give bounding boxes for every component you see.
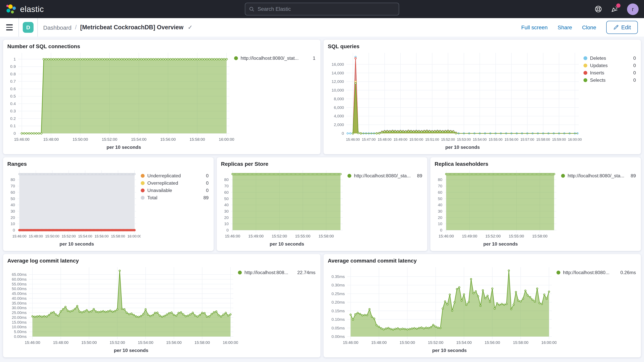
legend-item[interactable]: http://localhost:8080/_stat...1 bbox=[234, 56, 316, 61]
legend-value: 0 bbox=[630, 56, 636, 61]
legend-label: Selects bbox=[590, 78, 606, 83]
svg-text:30: 30 bbox=[224, 209, 229, 214]
svg-text:15:50:00: 15:50:00 bbox=[409, 138, 423, 142]
legend-item[interactable]: http://localhost:8080/_sta...89 bbox=[561, 173, 636, 178]
legend-item[interactable]: Unavailable0 bbox=[141, 188, 209, 193]
legend-item[interactable]: Inserts0 bbox=[584, 70, 636, 76]
notification-badge bbox=[616, 3, 620, 8]
chart-logcommit[interactable]: 0.00ms5.00ms10.00ms15.00ms20.00ms25.00ms… bbox=[6, 264, 238, 355]
chart-repstore[interactable]: 0102030405060708015:46:0015:49:0015:52:0… bbox=[220, 168, 348, 249]
pencil-icon bbox=[613, 25, 618, 30]
panel-title: SQL queries bbox=[328, 43, 638, 49]
breadcrumb-dashboard-link[interactable]: Dashboard bbox=[43, 24, 72, 31]
elastic-logo-icon[interactable] bbox=[6, 4, 16, 15]
share-link[interactable]: Share bbox=[558, 24, 572, 30]
chart-sqlconn[interactable]: 00.10.20.30.40.50.60.70.80.9115:46:0015:… bbox=[6, 50, 234, 152]
svg-text:50: 50 bbox=[438, 196, 442, 201]
legend-item[interactable]: Updates0 bbox=[584, 63, 636, 68]
legend-label: Overreplicated bbox=[147, 180, 178, 186]
svg-text:15:58:00: 15:58:00 bbox=[513, 340, 528, 345]
svg-text:0.30ms: 0.30ms bbox=[332, 283, 345, 287]
chart-legend: http://localhost:808...22.74ms bbox=[238, 264, 317, 355]
edit-button[interactable]: Edit bbox=[606, 21, 638, 34]
panel-sqlconn: Number of SQL connections00.10.20.30.40.… bbox=[3, 40, 320, 154]
svg-text:15:51:00: 15:51:00 bbox=[425, 138, 439, 142]
svg-text:15:46:00: 15:46:00 bbox=[438, 234, 454, 238]
svg-text:15:50:00: 15:50:00 bbox=[72, 137, 88, 142]
svg-text:15:58:00: 15:58:00 bbox=[318, 234, 334, 238]
clone-link[interactable]: Clone bbox=[582, 24, 596, 30]
help-icon[interactable] bbox=[594, 5, 602, 13]
legend-dot-icon bbox=[141, 196, 144, 200]
legend-item[interactable]: http://localhost:8080/_sta...89 bbox=[348, 173, 422, 178]
svg-text:60: 60 bbox=[10, 190, 15, 194]
global-search[interactable] bbox=[245, 3, 399, 16]
legend-value: 89 bbox=[628, 173, 636, 178]
full-screen-link[interactable]: Full screen bbox=[521, 24, 548, 30]
chart-legend: http://localhost:8080/_sta...89 bbox=[561, 168, 638, 249]
svg-text:15:53:00: 15:53:00 bbox=[457, 138, 471, 142]
svg-text:per 10 seconds: per 10 seconds bbox=[270, 241, 304, 246]
svg-text:15:46:00: 15:46:00 bbox=[25, 340, 40, 345]
chart-sqlq[interactable]: 02,0004,0006,0008,00010,00012,00014,0001… bbox=[327, 50, 584, 152]
svg-text:15:56:00: 15:56:00 bbox=[166, 340, 182, 345]
newsfeed-icon[interactable] bbox=[610, 5, 619, 13]
chart-ranges[interactable]: 0102030405060708015:46:0015:48:0015:50:0… bbox=[6, 168, 141, 249]
svg-text:65.00ms: 65.00ms bbox=[12, 272, 26, 276]
svg-text:70: 70 bbox=[438, 184, 442, 188]
svg-text:55.00ms: 55.00ms bbox=[12, 282, 26, 286]
svg-text:0.2: 0.2 bbox=[10, 116, 16, 121]
svg-text:12,000: 12,000 bbox=[332, 79, 344, 84]
svg-text:10: 10 bbox=[224, 222, 229, 226]
legend-item[interactable]: Total89 bbox=[141, 195, 209, 200]
legend-item[interactable]: Overreplicated0 bbox=[141, 180, 209, 186]
svg-text:per 10 seconds: per 10 seconds bbox=[60, 241, 94, 246]
legend-value: 22.74ms bbox=[294, 270, 316, 275]
svg-text:0.05ms: 0.05ms bbox=[332, 326, 345, 330]
svg-text:20.00ms: 20.00ms bbox=[12, 315, 26, 320]
legend-label: Deletes bbox=[590, 56, 606, 61]
panel-ranges: Ranges0102030405060708015:46:0015:48:001… bbox=[3, 157, 214, 251]
svg-text:15:52:00: 15:52:00 bbox=[62, 234, 76, 238]
top-navbar: elastic bbox=[0, 0, 644, 18]
svg-text:16:00:00: 16:00:00 bbox=[223, 340, 238, 345]
chart-cmdcommit[interactable]: 0.00ms0.05ms0.10ms0.15ms0.20ms0.25ms0.30… bbox=[327, 264, 556, 355]
chart-legend: http://localhost:8080/_stat...1 bbox=[234, 50, 317, 152]
svg-text:per 10 seconds: per 10 seconds bbox=[445, 144, 480, 150]
toolbar-divider bbox=[38, 18, 38, 36]
legend-label: Total bbox=[147, 195, 157, 200]
search-input[interactable] bbox=[258, 6, 395, 12]
space-selector[interactable]: D bbox=[19, 18, 38, 36]
svg-text:40: 40 bbox=[438, 202, 442, 207]
svg-text:0.1: 0.1 bbox=[10, 124, 16, 128]
svg-text:15:46:00: 15:46:00 bbox=[346, 138, 360, 142]
dashboard-toolbar: D Dashboard / [Metricbeat CockroachDB] O… bbox=[0, 18, 644, 36]
legend-value: 0 bbox=[203, 173, 209, 178]
panel-repstore: Replicas per Store0102030405060708015:46… bbox=[217, 157, 427, 251]
menu-button[interactable] bbox=[0, 18, 18, 36]
svg-text:30: 30 bbox=[438, 209, 442, 214]
legend-value: 0 bbox=[203, 188, 209, 193]
legend-item[interactable]: http://localhost:808...22.74ms bbox=[238, 270, 316, 275]
svg-text:0: 0 bbox=[440, 228, 442, 232]
legend-item[interactable]: Underreplicated0 bbox=[141, 173, 209, 178]
dashboard: Number of SQL connections00.10.20.30.40.… bbox=[0, 36, 644, 362]
legend-item[interactable]: Deletes0 bbox=[584, 56, 636, 61]
svg-text:16:00:00: 16:00:00 bbox=[128, 234, 141, 238]
svg-text:0.9: 0.9 bbox=[10, 64, 16, 68]
svg-text:15:59:00: 15:59:00 bbox=[552, 138, 566, 142]
svg-text:15:50:00: 15:50:00 bbox=[45, 234, 60, 238]
legend-item[interactable]: Selects0 bbox=[584, 78, 636, 83]
chart-leaseholders[interactable]: 0102030405060708015:46:0015:49:0015:52:0… bbox=[434, 168, 561, 249]
svg-text:50: 50 bbox=[10, 196, 15, 201]
legend-value: 0 bbox=[203, 180, 209, 186]
user-avatar[interactable]: r bbox=[627, 3, 638, 15]
svg-text:15:48:00: 15:48:00 bbox=[29, 234, 43, 238]
legend-value: 0.26ms bbox=[617, 270, 636, 275]
panel-cmdcommit: Average command commit latency0.00ms0.05… bbox=[324, 254, 641, 357]
svg-text:15:48:00: 15:48:00 bbox=[44, 137, 59, 142]
svg-text:0.20ms: 0.20ms bbox=[332, 300, 345, 304]
svg-text:0: 0 bbox=[14, 131, 16, 136]
legend-item[interactable]: http://localhost:8080...0.26ms bbox=[556, 270, 636, 275]
svg-text:0.3: 0.3 bbox=[10, 109, 16, 113]
